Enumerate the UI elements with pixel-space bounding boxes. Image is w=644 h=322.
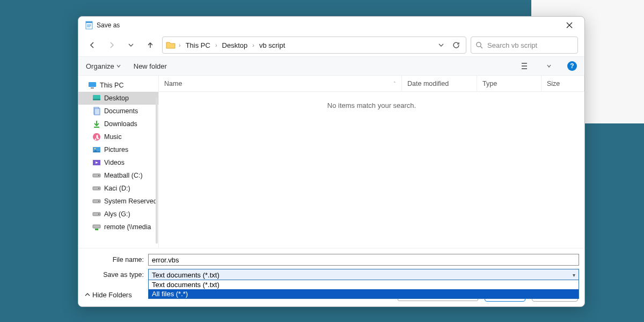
sidebar-item-label: This PC: [100, 82, 123, 89]
arrow-left-icon: [88, 41, 97, 49]
empty-state-message: No items match your search.: [159, 92, 584, 248]
videos-icon: [92, 158, 101, 167]
sidebar-item-label: System Reserved: [104, 197, 157, 205]
view-options-button[interactable]: [520, 61, 531, 71]
new-folder-button[interactable]: New folder: [134, 62, 167, 70]
column-headers: Name˄ Date modified Type Size: [159, 76, 584, 92]
search-icon: [475, 41, 483, 49]
chevron-up-icon: [85, 292, 90, 297]
drive-icon: [92, 210, 101, 218]
sidebar-item-meatball-c[interactable]: Meatball (C:): [78, 169, 158, 182]
sidebar-item-label: Kaci (D:): [104, 185, 130, 192]
column-header-type[interactable]: Type: [477, 76, 541, 91]
breadcrumb-bar[interactable]: › This PC › Desktop › vb script: [162, 36, 466, 54]
dialog-body: This PCDesktopDocumentsDownloadsMusicPic…: [78, 76, 584, 248]
up-button[interactable]: [143, 38, 158, 53]
sidebar-item-label: Pictures: [104, 146, 128, 153]
svg-rect-12: [89, 82, 96, 87]
drive-icon: [92, 197, 101, 206]
sidebar-item-alys-g[interactable]: Alys (G:): [78, 208, 158, 221]
svg-rect-1: [86, 21, 92, 23]
svg-rect-31: [93, 225, 100, 228]
chevron-down-icon: [128, 42, 134, 48]
type-option[interactable]: Text documents (*.txt): [149, 280, 579, 289]
filename-input[interactable]: [148, 254, 579, 266]
breadcrumb-vb-script[interactable]: vb script: [257, 40, 288, 50]
documents-icon: [92, 107, 101, 115]
column-header-size[interactable]: Size: [541, 76, 584, 91]
navigation-row: › This PC › Desktop › vb script Search v…: [78, 34, 584, 56]
sidebar-item-system-reserved[interactable]: System Reserved: [78, 195, 158, 208]
sidebar-item-documents[interactable]: Documents: [78, 105, 158, 118]
music-icon: [92, 133, 101, 141]
save-as-type-dropdown: Text documents (*.txt)All files (*.*): [148, 280, 579, 299]
chevron-right-icon: ›: [215, 42, 217, 48]
close-icon: [566, 22, 573, 28]
sidebar-item-label: remote (\\media: [104, 223, 151, 231]
sidebar-item-desktop[interactable]: Desktop: [78, 92, 158, 105]
sidebar: This PCDesktopDocumentsDownloadsMusicPic…: [78, 76, 159, 248]
sidebar-item-label: Music: [104, 133, 122, 141]
chevron-right-icon: ›: [179, 42, 181, 48]
save-as-dialog: Save as › This PC › Desktop › vb script …: [78, 16, 585, 307]
notepad-icon: [85, 21, 93, 30]
save-as-type-value: Text documents (*.txt): [152, 271, 219, 279]
help-button[interactable]: ?: [567, 61, 577, 71]
chevron-down-icon: [547, 64, 551, 68]
breadcrumb-dropdown-button[interactable]: [435, 39, 448, 52]
sort-indicator-icon: ˄: [393, 81, 396, 86]
save-as-type-combo[interactable]: Text documents (*.txt) ▾: [148, 269, 579, 281]
refresh-icon: [452, 41, 460, 49]
svg-point-30: [98, 214, 99, 215]
column-header-date[interactable]: Date modified: [402, 76, 477, 91]
svg-rect-13: [91, 87, 94, 89]
sidebar-item-this-pc[interactable]: This PC: [78, 79, 158, 92]
column-header-name[interactable]: Name˄: [159, 76, 402, 91]
file-list-panel: Name˄ Date modified Type Size No items m…: [159, 76, 584, 248]
sidebar-item-label: Alys (G:): [104, 210, 130, 218]
svg-point-7: [477, 42, 481, 47]
sidebar-item-label: Downloads: [104, 120, 137, 128]
sidebar-item-remote-media[interactable]: remote (\\media: [78, 221, 158, 233]
close-button[interactable]: [559, 18, 580, 33]
sidebar-item-pictures[interactable]: Pictures: [78, 143, 158, 156]
toolbar: Organize New folder ?: [78, 56, 584, 76]
breadcrumb-this-pc[interactable]: This PC: [183, 40, 213, 50]
sidebar-item-videos[interactable]: Videos: [78, 156, 158, 169]
filename-label: File name:: [84, 256, 148, 264]
desktop-icon: [92, 94, 101, 103]
arrow-up-icon: [146, 41, 155, 49]
dialog-title: Save as: [97, 21, 120, 29]
titlebar: Save as: [78, 17, 584, 34]
chevron-down-icon: [438, 42, 444, 48]
pictures-icon: [92, 145, 101, 154]
chevron-right-icon: ›: [252, 42, 254, 48]
breadcrumb-desktop[interactable]: Desktop: [219, 40, 251, 50]
svg-point-24: [98, 175, 99, 176]
svg-line-8: [480, 46, 482, 48]
svg-point-26: [98, 188, 99, 189]
sidebar-item-label: Documents: [104, 107, 138, 115]
help-icon: ?: [570, 62, 574, 70]
svg-rect-32: [95, 229, 98, 230]
recent-locations-button[interactable]: [123, 38, 138, 53]
sidebar-scrollbar[interactable]: [156, 97, 158, 244]
sidebar-item-music[interactable]: Music: [78, 130, 158, 143]
folder-icon: [166, 40, 175, 50]
hide-folders-button[interactable]: Hide Folders: [85, 291, 132, 299]
forward-button[interactable]: [104, 38, 119, 53]
svg-point-21: [94, 148, 96, 150]
sidebar-item-kaci-d[interactable]: Kaci (D:): [78, 182, 158, 195]
refresh-button[interactable]: [450, 39, 463, 52]
sidebar-item-label: Videos: [104, 159, 125, 166]
svg-point-28: [98, 201, 99, 202]
sidebar-item-downloads[interactable]: Downloads: [78, 118, 158, 130]
view-dropdown-button[interactable]: [544, 61, 554, 71]
back-button[interactable]: [85, 38, 100, 53]
form-area: File name: Save as type: Text documents …: [78, 248, 584, 283]
type-option[interactable]: All files (*.*): [149, 289, 579, 298]
list-view-icon: [521, 62, 530, 70]
search-box[interactable]: Search vb script: [471, 36, 578, 54]
organize-menu[interactable]: Organize: [86, 62, 121, 70]
save-as-type-label: Save as type:: [84, 271, 148, 279]
